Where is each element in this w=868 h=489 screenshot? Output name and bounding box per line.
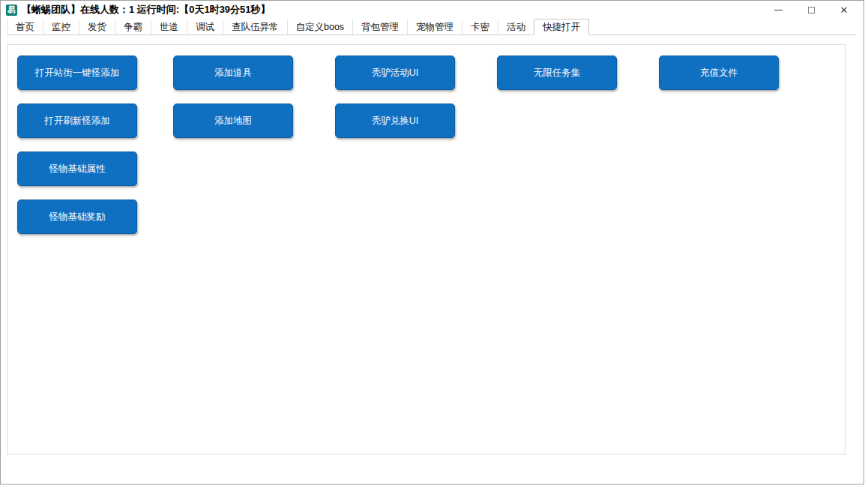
tab-label: 首页 <box>16 21 34 34</box>
tab-label: 世道 <box>160 21 178 34</box>
tab-2[interactable]: 监控 <box>43 20 79 34</box>
tab-label: 卡密 <box>471 21 489 34</box>
tab-label: 背包管理 <box>361 21 399 34</box>
maximize-icon <box>808 7 815 14</box>
quick-open-panel: 打开站街一键怪添加添加道具秃驴活动UI无限任务集充值文件打开刷新怪添加添加地图秃… <box>7 44 846 454</box>
tab-10[interactable]: 宠物管理 <box>407 20 462 34</box>
tab-12[interactable]: 活动 <box>498 20 534 34</box>
tab-7[interactable]: 查队伍异常 <box>223 20 287 34</box>
tab-11[interactable]: 卡密 <box>462 20 498 34</box>
tab-label: 查队伍异常 <box>232 21 279 34</box>
tab-label: 监控 <box>52 21 70 34</box>
tab-label: 发货 <box>88 21 106 34</box>
tab-label: 快捷打开 <box>543 21 580 34</box>
close-icon: ✕ <box>840 4 849 16</box>
tab-1[interactable]: 首页 <box>7 20 43 34</box>
window-controls: ✕ <box>762 1 861 19</box>
quick-open-button[interactable]: 添加地图 <box>173 104 293 138</box>
maximize-button[interactable] <box>795 1 828 19</box>
minimize-button[interactable] <box>762 1 795 19</box>
tab-label: 宠物管理 <box>416 21 453 34</box>
tab-4[interactable]: 争霸 <box>115 20 151 34</box>
app-logo-icon: 易 <box>6 4 17 16</box>
quick-open-button[interactable]: 怪物基础奖励 <box>17 200 137 234</box>
quick-open-button[interactable]: 秃驴活动UI <box>335 56 455 90</box>
tab-label: 活动 <box>507 21 525 34</box>
quick-open-button[interactable]: 充值文件 <box>659 56 779 90</box>
tab-label: 争霸 <box>124 21 142 34</box>
tab-13[interactable]: 快捷打开 <box>534 19 589 35</box>
close-button[interactable]: ✕ <box>828 1 861 19</box>
tab-3[interactable]: 发货 <box>79 20 115 34</box>
tab-5[interactable]: 世道 <box>151 20 187 34</box>
tab-label: 自定义boos <box>296 21 345 34</box>
app-window: 易 【蜥蜴团队】在线人数：1 运行时间:【0天1时39分51秒】 ✕ 首页 监控… <box>0 0 864 484</box>
quick-open-button[interactable]: 打开刷新怪添加 <box>17 104 137 138</box>
quick-open-button[interactable]: 添加道具 <box>173 56 293 90</box>
tab-bar: 首页 监控 发货 争霸 世道 调试 查队伍异常 自定义boos 背包管理 宠物管… <box>7 20 856 35</box>
window-title: 【蜥蜴团队】在线人数：1 运行时间:【0天1时39分51秒】 <box>22 3 271 16</box>
quick-open-button[interactable]: 秃驴兑换UI <box>335 104 455 138</box>
title-bar: 易 【蜥蜴团队】在线人数：1 运行时间:【0天1时39分51秒】 ✕ <box>1 1 864 19</box>
quick-open-button[interactable]: 打开站街一键怪添加 <box>17 56 137 90</box>
minimize-icon <box>774 10 783 10</box>
quick-open-button[interactable]: 怪物基础属性 <box>17 152 137 186</box>
tab-6[interactable]: 调试 <box>187 20 223 34</box>
tab-label: 调试 <box>196 21 214 34</box>
tab-9[interactable]: 背包管理 <box>352 20 407 34</box>
quick-open-button[interactable]: 无限任务集 <box>497 56 617 90</box>
tab-8[interactable]: 自定义boos <box>287 20 353 34</box>
